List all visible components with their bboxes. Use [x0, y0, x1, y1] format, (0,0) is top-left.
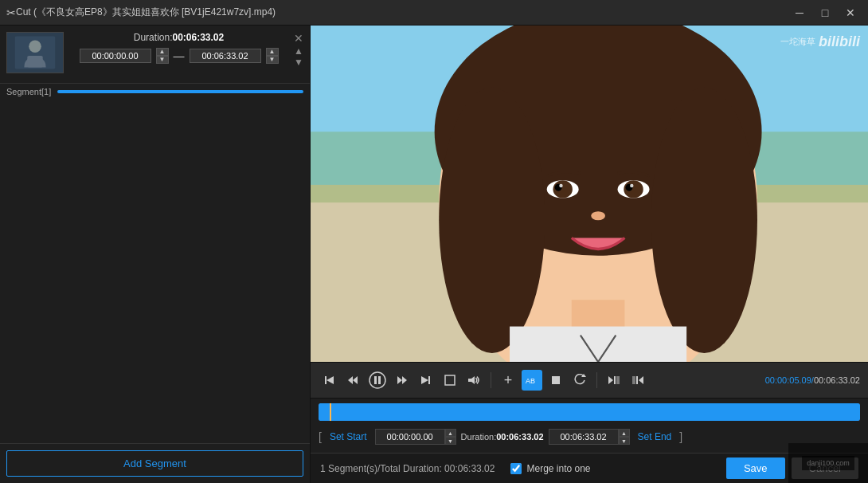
segment-up-arrow[interactable]: ▲: [294, 46, 303, 56]
volume-button[interactable]: [463, 370, 484, 391]
timeline-area: [ Set Start ▲ ▼ Duration:00:06:33.02 ▲: [311, 399, 868, 453]
svg-rect-27: [374, 376, 377, 384]
time-display: 00:00:05.09/00:06:33.02: [765, 375, 860, 385]
start-time-down[interactable]: ▼: [156, 56, 169, 64]
end-time-up[interactable]: ▲: [266, 48, 279, 56]
video-overlay: 一坨海草 bilibili: [780, 33, 860, 50]
start-edit-down[interactable]: ▼: [445, 437, 456, 445]
svg-marker-31: [421, 376, 428, 384]
start-time-stepper: ▲ ▼: [156, 48, 169, 64]
end-time-down[interactable]: ▼: [266, 56, 279, 64]
volume-icon: [467, 375, 480, 386]
segment-progress-bar: [57, 90, 303, 93]
svg-marker-29: [397, 376, 402, 384]
stop-button[interactable]: [545, 370, 566, 391]
segments-status-text: 1 Segment(s)/Total Duration: 00:06:33.02: [320, 463, 495, 474]
mark-in-icon: [607, 375, 621, 386]
end-time-edit-input[interactable]: [549, 429, 619, 445]
duration-text: Duration:: [134, 32, 173, 43]
end-time-input[interactable]: [190, 49, 261, 63]
svg-point-9: [439, 88, 545, 353]
status-bar: 1 Segment(s)/Total Duration: 00:06:33.02…: [311, 453, 868, 483]
step-forward-button[interactable]: [392, 370, 412, 391]
svg-rect-33: [445, 375, 455, 385]
video-preview: 一坨海草 bilibili: [311, 26, 868, 362]
svg-point-10: [651, 88, 757, 353]
timeline-filled: [319, 403, 860, 421]
cancel-button[interactable]: Cancel: [792, 457, 858, 479]
svg-marker-24: [353, 376, 358, 384]
crop-button[interactable]: [440, 370, 460, 391]
minimize-button[interactable]: ─: [788, 4, 811, 22]
replay-button[interactable]: [569, 370, 590, 391]
svg-rect-36: [552, 376, 560, 384]
window-controls: ─ □ ✕: [788, 4, 862, 22]
controls-bar: + AB: [311, 362, 868, 399]
timeline-track[interactable]: [319, 403, 860, 421]
segment-down-arrow[interactable]: ▼: [294, 57, 303, 67]
svg-rect-41: [632, 376, 635, 384]
svg-point-19: [591, 211, 605, 220]
close-button[interactable]: ✕: [839, 4, 862, 22]
start-time-input[interactable]: [80, 49, 151, 63]
step-back-button[interactable]: [342, 370, 363, 391]
svg-rect-40: [616, 376, 620, 384]
status-bar-right: Save Cancel: [726, 457, 858, 479]
separator-1: [491, 372, 491, 388]
svg-marker-30: [402, 376, 407, 384]
end-time-group: [190, 49, 261, 63]
svg-marker-38: [608, 376, 613, 384]
svg-marker-25: [348, 376, 353, 384]
pause-button[interactable]: [366, 369, 389, 391]
segments-list: [0, 100, 310, 443]
end-time-edit-stepper: ▲ ▼: [619, 429, 630, 445]
duration-value: 00:06:33.02: [172, 32, 224, 43]
segment-info: Duration:00:06:33.02 ▲ ▼ —: [70, 32, 287, 64]
skip-to-end-button[interactable]: [416, 370, 436, 391]
merge-checkbox[interactable]: [510, 463, 522, 474]
maximize-button[interactable]: □: [814, 4, 836, 22]
separator-2: [596, 372, 597, 388]
ab-loop-button[interactable]: AB: [522, 370, 542, 391]
start-edit-up[interactable]: ▲: [445, 429, 456, 437]
skip-to-start-button[interactable]: [319, 370, 339, 391]
time-row: ▲ ▼ — ▲ ▼: [70, 48, 287, 64]
start-time-up[interactable]: ▲: [156, 48, 169, 56]
segment-label: Segment[1]: [6, 87, 51, 96]
svg-marker-22: [325, 376, 326, 384]
svg-rect-21: [510, 327, 686, 362]
brand-text: 一坨海草: [780, 36, 815, 48]
mark-out-icon: [631, 375, 645, 386]
add-segment-button[interactable]: Add Segment: [6, 450, 303, 477]
svg-marker-43: [639, 376, 643, 384]
window-title: Cut (《不良女高EP8》其实姐姐喜欢你 [BV1jE421w7zv].mp4…: [16, 6, 788, 19]
mark-out-button[interactable]: [628, 370, 648, 391]
left-panel: Duration:00:06:33.02 ▲ ▼ —: [0, 26, 311, 483]
end-edit-up[interactable]: ▲: [619, 429, 630, 437]
segment-actions: ✕ ▲ ▼: [294, 32, 303, 67]
set-end-button[interactable]: Set End: [635, 430, 675, 444]
svg-rect-3: [27, 56, 42, 68]
right-panel: 一坨海草 bilibili: [311, 26, 868, 483]
pause-icon: [369, 371, 386, 389]
left-bottom: Add Segment: [0, 443, 310, 483]
step-forward-icon: [397, 375, 408, 386]
segment-thumbnail: [6, 32, 64, 73]
add-button[interactable]: +: [498, 370, 518, 391]
set-start-button[interactable]: Set Start: [326, 430, 370, 444]
duration-bold: 00:06:33.02: [496, 432, 543, 442]
start-time-edit-input[interactable]: [375, 429, 445, 445]
time-separator: —: [174, 49, 185, 62]
svg-point-2: [29, 40, 41, 53]
stop-icon: [550, 375, 561, 386]
timeline-marker: [330, 403, 331, 421]
end-edit-down[interactable]: ▼: [619, 437, 630, 445]
segment-close-button[interactable]: ✕: [294, 32, 303, 45]
save-button[interactable]: Save: [726, 457, 785, 479]
titlebar: ✂ Cut (《不良女高EP8》其实姐姐喜欢你 [BV1jE421w7zv].m…: [0, 0, 868, 26]
svg-rect-28: [378, 376, 381, 384]
merge-label[interactable]: Merge into one: [526, 463, 590, 474]
video-scene-svg: [311, 26, 868, 362]
mark-in-button[interactable]: [604, 370, 624, 391]
skip-to-end-icon: [420, 375, 432, 386]
